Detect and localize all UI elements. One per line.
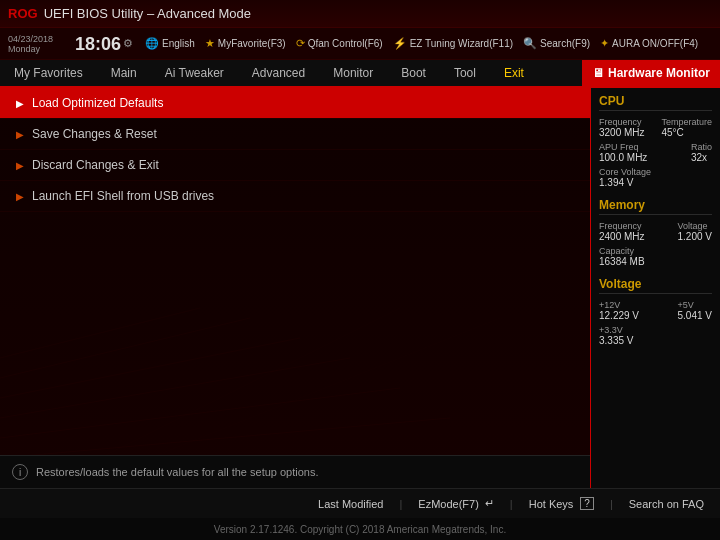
- hw-33v-value: 3.335 V: [599, 335, 712, 346]
- aura-label: AURA ON/OFF(F4): [612, 38, 698, 49]
- tab-tool[interactable]: Tool: [440, 60, 490, 86]
- divider-3: |: [610, 498, 613, 510]
- hw-5v-label: +5V: [678, 300, 712, 310]
- hw-12v-value: 12.229 V: [599, 310, 639, 321]
- language-selector[interactable]: 🌐 English: [145, 37, 195, 50]
- ez-tuning-label: EZ Tuning Wizard(F11): [410, 38, 513, 49]
- nav-tabs: My Favorites Main Ai Tweaker Advanced Mo…: [0, 60, 720, 88]
- myfavorite-label: MyFavorite(F3): [218, 38, 286, 49]
- search-icon: 🔍: [523, 37, 537, 50]
- hw-core-voltage-value: 1.394 V: [599, 177, 712, 188]
- hw-monitor-tab[interactable]: 🖥 Hardware Monitor: [582, 60, 720, 86]
- hw-cpu-temp-value: 45°C: [661, 127, 712, 138]
- menu-item-efi-shell[interactable]: ▶ Launch EFI Shell from USB drives: [0, 181, 590, 212]
- hw-mem-freq-label: Frequency: [599, 221, 645, 231]
- hw-voltage-section: Voltage +12V 12.229 V +5V 5.041 V +3.3V …: [599, 277, 712, 346]
- ezmode-icon: ↵: [485, 497, 494, 510]
- hotkeys-key[interactable]: ?: [580, 497, 594, 510]
- menu-item-efi-shell-label: Launch EFI Shell from USB drives: [32, 189, 214, 203]
- last-modified-item: Last Modified: [318, 498, 383, 510]
- svg-line-7: [150, 318, 500, 458]
- menu-item-discard-exit[interactable]: ▶ Discard Changes & Exit: [0, 150, 590, 181]
- left-panel: ▶ Load Optimized Defaults ▶ Save Changes…: [0, 88, 590, 488]
- menu-item-load-defaults[interactable]: ▶ Load Optimized Defaults: [0, 88, 590, 119]
- tab-ai-tweaker[interactable]: Ai Tweaker: [151, 60, 238, 86]
- ezmode-item[interactable]: EzMode(F7) ↵: [418, 497, 494, 510]
- info-text: Restores/loads the default values for al…: [36, 466, 319, 478]
- version-bar: Version 2.17.1246. Copyright (C) 2018 Am…: [0, 518, 720, 540]
- ez-tuning-button[interactable]: ⚡ EZ Tuning Wizard(F11): [393, 37, 513, 50]
- hotkeys-item: Hot Keys ?: [529, 497, 594, 510]
- svg-line-5: [0, 418, 450, 458]
- qfan-label: Qfan Control(F6): [308, 38, 383, 49]
- hw-33v-label: +3.3V: [599, 325, 712, 335]
- arrow-icon-3: ▶: [16, 160, 24, 171]
- status-bar: Last Modified | EzMode(F7) ↵ | Hot Keys …: [0, 488, 720, 518]
- hw-apu-freq-label: APU Freq: [599, 142, 647, 152]
- hw-mem-volt-value: 1.200 V: [678, 231, 712, 242]
- info-bar: i Restores/loads the default values for …: [0, 455, 590, 488]
- hw-core-voltage-label: Core Voltage: [599, 167, 712, 177]
- tab-advanced[interactable]: Advanced: [238, 60, 319, 86]
- bios-header: ROG UEFI BIOS Utility – Advanced Mode: [0, 0, 720, 28]
- hw-5v-value: 5.041 V: [678, 310, 712, 321]
- tab-monitor[interactable]: Monitor: [319, 60, 387, 86]
- hw-cpu-freq-value: 3200 MHz: [599, 127, 645, 138]
- hw-mem-freq-volt-row: Frequency 2400 MHz Voltage 1.200 V: [599, 221, 712, 242]
- hw-cpu-temp-label: Temperature: [661, 117, 712, 127]
- aura-icon: ✦: [600, 37, 609, 50]
- aura-button[interactable]: ✦ AURA ON/OFF(F4): [600, 37, 698, 50]
- time-settings-icon[interactable]: ⚙: [123, 37, 133, 50]
- arrow-icon: ▶: [16, 98, 24, 109]
- language-label: English: [162, 38, 195, 49]
- bios-title: UEFI BIOS Utility – Advanced Mode: [44, 6, 712, 21]
- hw-ratio-label: Ratio: [691, 142, 712, 152]
- hw-memory-title: Memory: [599, 198, 712, 215]
- bg-decoration: [0, 258, 580, 458]
- tab-main[interactable]: Main: [97, 60, 151, 86]
- datetime-block: 04/23/2018 Monday: [8, 34, 63, 54]
- tab-my-favorites[interactable]: My Favorites: [0, 60, 97, 86]
- search-button[interactable]: 🔍 Search(F9): [523, 37, 590, 50]
- last-modified-label: Last Modified: [318, 498, 383, 510]
- hw-cpu-section: CPU Frequency 3200 MHz Temperature 45°C …: [599, 94, 712, 188]
- hw-capacity-label: Capacity: [599, 246, 712, 256]
- tuning-icon: ⚡: [393, 37, 407, 50]
- svg-line-2: [0, 338, 300, 398]
- qfan-button[interactable]: ⟳ Qfan Control(F6): [296, 37, 383, 50]
- hw-cpu-title: CPU: [599, 94, 712, 111]
- menu-item-discard-exit-label: Discard Changes & Exit: [32, 158, 159, 172]
- hw-apu-freq-value: 100.0 MHz: [599, 152, 647, 163]
- svg-line-3: [0, 358, 350, 418]
- hw-cpu-freq-label: Frequency: [599, 117, 645, 127]
- exit-menu-list: ▶ Load Optimized Defaults ▶ Save Changes…: [0, 88, 590, 212]
- language-icon: 🌐: [145, 37, 159, 50]
- favorite-icon: ★: [205, 37, 215, 50]
- svg-line-4: [0, 388, 400, 438]
- hw-monitor-panel: CPU Frequency 3200 MHz Temperature 45°C …: [590, 88, 720, 488]
- hw-33v-group: +3.3V 3.335 V: [599, 325, 712, 346]
- search-label: Search(F9): [540, 38, 590, 49]
- topbar-icons: 🌐 English ★ MyFavorite(F3) ⟳ Qfan Contro…: [145, 37, 712, 50]
- tab-exit[interactable]: Exit: [490, 60, 538, 86]
- search-faq-item[interactable]: Search on FAQ: [629, 498, 704, 510]
- hw-mem-freq-value: 2400 MHz: [599, 231, 645, 242]
- myfavorite-button[interactable]: ★ MyFavorite(F3): [205, 37, 286, 50]
- topbar: 04/23/2018 Monday 18:06 ⚙ 🌐 English ★ My…: [0, 28, 720, 60]
- date-display: 04/23/2018: [8, 34, 63, 44]
- divider-2: |: [510, 498, 513, 510]
- divider-1: |: [399, 498, 402, 510]
- hw-voltage-title: Voltage: [599, 277, 712, 294]
- tab-boot[interactable]: Boot: [387, 60, 440, 86]
- hw-mem-volt-label: Voltage: [678, 221, 712, 231]
- hw-cpu-freq-temp-row: Frequency 3200 MHz Temperature 45°C: [599, 117, 712, 138]
- day-display: Monday: [8, 44, 63, 54]
- arrow-icon-2: ▶: [16, 129, 24, 140]
- svg-line-6: [100, 308, 400, 458]
- menu-item-load-defaults-label: Load Optimized Defaults: [32, 96, 163, 110]
- search-faq-label: Search on FAQ: [629, 498, 704, 510]
- hw-memory-section: Memory Frequency 2400 MHz Voltage 1.200 …: [599, 198, 712, 267]
- menu-item-save-reset[interactable]: ▶ Save Changes & Reset: [0, 119, 590, 150]
- ezmode-label: EzMode(F7): [418, 498, 479, 510]
- hw-monitor-label: Hardware Monitor: [608, 66, 710, 80]
